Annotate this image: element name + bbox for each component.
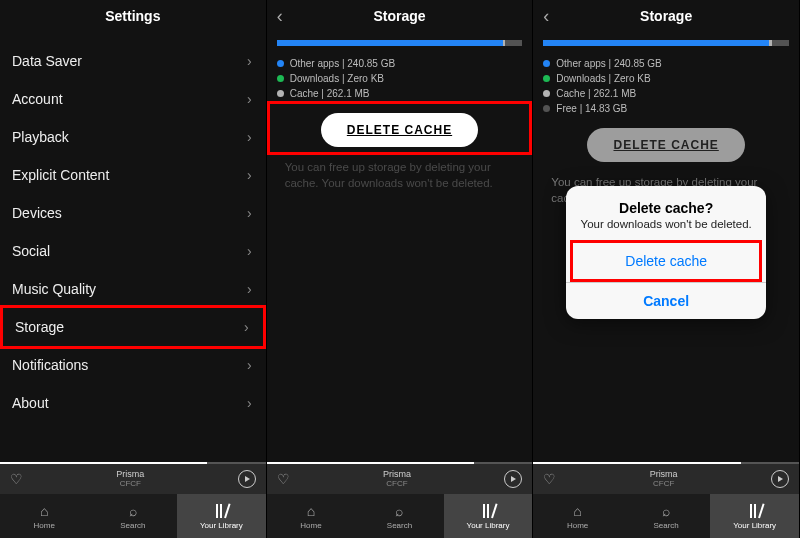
home-icon: ⌂ (307, 503, 315, 519)
tab-search[interactable]: ⌕Search (89, 494, 178, 538)
menu-label: Playback (12, 129, 69, 145)
play-icon[interactable] (504, 470, 522, 488)
chevron-right-icon: › (247, 91, 252, 107)
legend-row: Other apps | 240.85 GB (543, 56, 789, 71)
tab-label: Home (34, 521, 55, 530)
dialog-message: Your downloads won't be deleted. (566, 218, 766, 240)
page-title: Settings (105, 8, 160, 24)
menu-item-playback[interactable]: Playback› (0, 118, 266, 156)
settings-list: Data Saver› Account› Playback› Explicit … (0, 32, 266, 462)
tab-label: Home (300, 521, 321, 530)
bar-free (505, 40, 522, 46)
menu-label: Devices (12, 205, 62, 221)
menu-item-social[interactable]: Social› (0, 232, 266, 270)
play-icon[interactable] (238, 470, 256, 488)
settings-panel: Settings Data Saver› Account› Playback› … (0, 0, 267, 538)
menu-item-data-saver[interactable]: Data Saver› (0, 42, 266, 80)
menu-label: Data Saver (12, 53, 82, 69)
bar-free (772, 40, 789, 46)
menu-item-devices[interactable]: Devices› (0, 194, 266, 232)
storage-hint: You can free up storage by deleting your… (267, 155, 533, 195)
header: ‹ Storage (533, 0, 799, 32)
legend-row: Other apps | 240.85 GB (277, 56, 523, 71)
library-icon (748, 503, 762, 519)
heart-icon[interactable]: ♡ (10, 471, 23, 487)
back-icon[interactable]: ‹ (543, 6, 549, 27)
storage-content: Other apps | 240.85 GB Downloads | Zero … (533, 32, 799, 462)
bar-other (277, 40, 503, 46)
page-title: Storage (373, 8, 425, 24)
tab-search[interactable]: ⌕Search (622, 494, 711, 538)
chevron-right-icon: › (247, 129, 252, 145)
legend-label: Other apps | 240.85 GB (556, 58, 661, 69)
menu-label: Storage (15, 319, 64, 335)
menu-item-notifications[interactable]: Notifications› (0, 346, 266, 384)
menu-label: Account (12, 91, 63, 107)
legend: Other apps | 240.85 GB Downloads | Zero … (533, 56, 799, 116)
tab-label: Search (120, 521, 145, 530)
bar-other (543, 40, 769, 46)
storage-panel-dialog: ‹ Storage Other apps | 240.85 GB Downloa… (533, 0, 800, 538)
now-playing-text[interactable]: Prisma CFCF (23, 470, 238, 489)
now-playing-text[interactable]: Prisma CFCF (556, 470, 771, 489)
storage-content: Other apps | 240.85 GB Downloads | Zero … (267, 32, 533, 462)
heart-icon[interactable]: ♡ (543, 471, 556, 487)
chevron-right-icon: › (247, 53, 252, 69)
delete-cache-wrap: DELETE CACHE (533, 116, 799, 170)
tab-library[interactable]: Your Library (710, 494, 799, 538)
play-icon[interactable] (771, 470, 789, 488)
legend-row: Cache | 262.1 MB (543, 86, 789, 101)
chevron-right-icon: › (244, 319, 249, 335)
tab-home[interactable]: ⌂Home (533, 494, 622, 538)
now-playing-bar[interactable]: ♡ Prisma CFCF (533, 462, 799, 494)
dot-icon (277, 60, 284, 67)
search-icon: ⌕ (395, 503, 403, 519)
menu-item-storage[interactable]: Storage› (0, 305, 266, 349)
dialog-title: Delete cache? (566, 186, 766, 218)
chevron-right-icon: › (247, 395, 252, 411)
menu-item-about[interactable]: About› (0, 384, 266, 422)
back-icon[interactable]: ‹ (277, 6, 283, 27)
tab-home[interactable]: ⌂Home (267, 494, 356, 538)
chevron-right-icon: › (247, 205, 252, 221)
tab-library[interactable]: Your Library (444, 494, 533, 538)
menu-label: Music Quality (12, 281, 96, 297)
dialog-confirm-button[interactable]: Delete cache (570, 240, 762, 282)
menu-item-account[interactable]: Account› (0, 80, 266, 118)
tab-search[interactable]: ⌕Search (355, 494, 444, 538)
legend-label: Cache | 262.1 MB (290, 88, 370, 99)
now-playing-text[interactable]: Prisma CFCF (290, 470, 505, 489)
confirm-dialog: Delete cache? Your downloads won't be de… (566, 186, 766, 319)
delete-cache-button[interactable]: DELETE CACHE (321, 113, 478, 147)
tab-library[interactable]: Your Library (177, 494, 266, 538)
tab-bar: ⌂Home ⌕Search Your Library (267, 494, 533, 538)
tab-label: Your Library (200, 521, 243, 530)
now-playing-bar[interactable]: ♡ Prisma CFCF (0, 462, 266, 494)
delete-cache-button[interactable]: DELETE CACHE (587, 128, 744, 162)
legend-label: Free | 14.83 GB (556, 103, 627, 114)
storage-bar (543, 40, 789, 46)
menu-item-explicit[interactable]: Explicit Content› (0, 156, 266, 194)
tab-label: Your Library (467, 521, 510, 530)
dialog-cancel-button[interactable]: Cancel (566, 282, 766, 319)
chevron-right-icon: › (247, 357, 252, 373)
tab-home[interactable]: ⌂Home (0, 494, 89, 538)
heart-icon[interactable]: ♡ (277, 471, 290, 487)
legend-label: Downloads | Zero KB (556, 73, 650, 84)
menu-item-music-quality[interactable]: Music Quality› (0, 270, 266, 308)
now-playing-bar[interactable]: ♡ Prisma CFCF (267, 462, 533, 494)
storage-bar (277, 40, 523, 46)
menu-label: Social (12, 243, 50, 259)
dot-icon (277, 90, 284, 97)
dot-icon (543, 105, 550, 112)
tab-bar: ⌂Home ⌕Search Your Library (0, 494, 266, 538)
search-icon: ⌕ (129, 503, 137, 519)
chevron-right-icon: › (247, 281, 252, 297)
dot-icon (277, 75, 284, 82)
delete-cache-highlight: DELETE CACHE (267, 101, 533, 155)
menu-label: About (12, 395, 49, 411)
chevron-right-icon: › (247, 243, 252, 259)
legend: Other apps | 240.85 GB Downloads | Zero … (267, 56, 533, 101)
legend-row: Downloads | Zero KB (543, 71, 789, 86)
tab-label: Search (387, 521, 412, 530)
